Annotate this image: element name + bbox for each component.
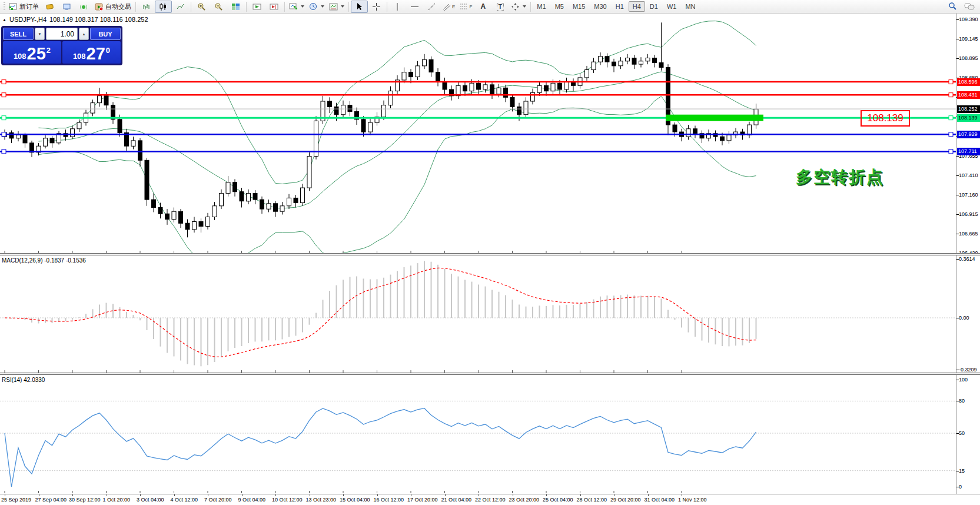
- time-tick-mark: [107, 494, 107, 496]
- toolbar-grip: [4, 2, 5, 11]
- time-tick-mark: [648, 494, 649, 496]
- search-button[interactable]: [944, 1, 961, 13]
- channel-icon: [443, 2, 450, 11]
- time-tick-label: 22 Oct 12:00: [475, 497, 506, 503]
- time-tick-label: 1 Nov 12:00: [678, 497, 707, 503]
- hline-button[interactable]: [406, 1, 423, 13]
- volume-decrease-button[interactable]: ▼: [35, 28, 45, 40]
- vline-button[interactable]: [389, 1, 406, 13]
- sell-price-display[interactable]: 108 25 2: [3, 41, 61, 64]
- collapse-icon[interactable]: ▲: [2, 18, 6, 22]
- toolbar-separator: [135, 2, 136, 12]
- panel-separator[interactable]: [0, 373, 980, 375]
- toolbar-separator: [191, 2, 191, 12]
- label-button[interactable]: T: [491, 1, 509, 13]
- zoom-out-button[interactable]: [210, 1, 227, 13]
- templates-dropdown[interactable]: [327, 1, 347, 13]
- indicators-dropdown[interactable]: [287, 1, 307, 13]
- quotes-button[interactable]: [41, 1, 58, 13]
- time-tick-mark: [343, 494, 344, 496]
- time-tick-mark: [614, 494, 614, 496]
- panel-separator[interactable]: [0, 253, 980, 255]
- channel-button[interactable]: E: [440, 1, 457, 13]
- new-order-button[interactable]: 新订单: [6, 1, 41, 13]
- signals-button[interactable]: [75, 1, 92, 13]
- timeframe-MN[interactable]: MN: [681, 1, 699, 12]
- price-tick-label: 106.665: [959, 231, 978, 237]
- channel-letter: E: [452, 4, 455, 9]
- tile-windows-button[interactable]: [227, 1, 244, 13]
- buy-button[interactable]: BUY: [90, 28, 121, 40]
- time-tick-mark: [174, 494, 175, 496]
- zoom-in-icon: [197, 2, 206, 11]
- timeframe-M30[interactable]: M30: [590, 1, 610, 12]
- autotrading-label: 自动交易: [105, 2, 131, 11]
- one-click-trade-panel: SELL ▼ 1.00 ▲ BUY 108 25 2 108 27 0: [1, 26, 122, 65]
- bar-chart-button[interactable]: [138, 1, 155, 13]
- auto-scroll-button[interactable]: [248, 1, 265, 13]
- chart-shift-icon: [270, 2, 278, 11]
- timeframe-H1[interactable]: H1: [612, 1, 628, 12]
- arrows-icon: [511, 2, 520, 11]
- toolbar-separator: [348, 2, 349, 12]
- sell-price-base: 108: [14, 52, 26, 61]
- text-button[interactable]: A: [474, 1, 491, 13]
- sell-button[interactable]: SELL: [3, 28, 34, 40]
- terminal-button[interactable]: [58, 1, 75, 13]
- autotrading-button[interactable]: 自动交易: [92, 1, 134, 13]
- time-tick-label: 10 Oct 12:00: [272, 497, 303, 503]
- buy-price-display[interactable]: 108 27 0: [62, 41, 121, 64]
- price-line-label: 108.139: [957, 114, 980, 122]
- new-order-icon: [9, 2, 18, 11]
- toolbar-separator: [387, 2, 387, 12]
- autotrading-icon: [95, 2, 104, 11]
- time-tick-label: 1 Oct 20:00: [103, 497, 131, 503]
- signals-icon: [79, 2, 88, 11]
- time-tick-label: 21 Oct 04:00: [441, 497, 472, 503]
- timeframe-D1[interactable]: D1: [646, 1, 662, 12]
- time-tick-mark: [242, 494, 242, 496]
- time-axis[interactable]: 25 Sep 201927 Sep 04:0030 Sep 12:001 Oct…: [0, 494, 980, 505]
- trendline-button[interactable]: [423, 1, 440, 13]
- time-tick-label: 27 Sep 04:00: [35, 497, 67, 503]
- main-toolbar: 新订单 自动交易: [0, 0, 980, 14]
- chart-header: ▲ USDJPY-,H4 108.149 108.317 108.116 108…: [2, 16, 148, 23]
- macd-panel[interactable]: [0, 255, 956, 373]
- time-tick-label: 17 Oct 20:00: [407, 497, 438, 503]
- turning-point-note[interactable]: 多空转折点: [796, 166, 884, 188]
- timeframe-W1[interactable]: W1: [663, 1, 681, 12]
- chart-shift-button[interactable]: [265, 1, 283, 13]
- volume-increase-button[interactable]: ▲: [79, 28, 89, 40]
- zoom-in-button[interactable]: [193, 1, 210, 13]
- price-line-label: 107.711: [957, 148, 980, 155]
- time-tick-label: 15 Oct 04:00: [340, 497, 370, 503]
- timeframe-H4[interactable]: H4: [629, 1, 645, 12]
- price-tick-label: 107.160: [959, 192, 978, 198]
- time-tick-label: 13 Oct 23:00: [306, 497, 337, 503]
- periods-dropdown[interactable]: [307, 1, 327, 13]
- price-tick-label: 107.410: [959, 172, 978, 178]
- cursor-button[interactable]: [351, 1, 368, 13]
- price-tick-label: 106.915: [959, 211, 978, 217]
- fibonacci-button[interactable]: F: [457, 1, 474, 13]
- chevron-down-icon: [321, 5, 324, 8]
- timeframe-M1[interactable]: M1: [533, 1, 550, 12]
- time-tick-label: 3 Oct 04:00: [137, 497, 164, 503]
- price-callout-textbox[interactable]: 108.139: [861, 110, 910, 127]
- candle-chart-button[interactable]: [155, 1, 172, 13]
- main-price-chart[interactable]: [0, 14, 956, 253]
- arrows-dropdown[interactable]: [509, 1, 529, 13]
- line-chart-button[interactable]: [172, 1, 189, 13]
- timeframe-M5[interactable]: M5: [551, 1, 568, 12]
- macd-tick-label: 0.00: [959, 315, 969, 321]
- rsi-panel[interactable]: [0, 375, 956, 493]
- timeframe-M15[interactable]: M15: [569, 1, 589, 12]
- price-tick-label: 108.895: [959, 55, 978, 61]
- crosshair-button[interactable]: [368, 1, 385, 13]
- buy-price-sup: 0: [106, 46, 110, 55]
- chat-button[interactable]: [961, 1, 978, 13]
- sell-price-sup: 2: [46, 46, 51, 55]
- time-tick-label: 28 Oct 12:00: [577, 497, 607, 503]
- sell-price-big: 25: [27, 45, 46, 62]
- volume-input[interactable]: 1.00: [46, 28, 78, 40]
